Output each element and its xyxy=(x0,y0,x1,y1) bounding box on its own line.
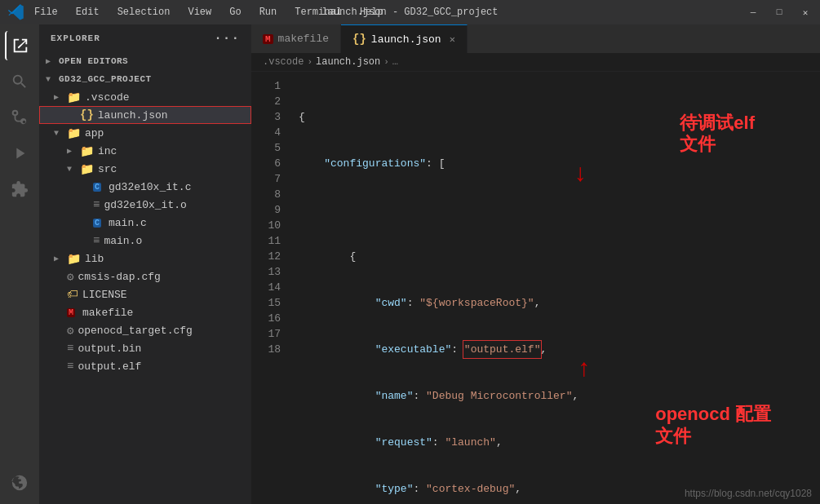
breadcrumb: .vscode › launch.json › … xyxy=(251,53,820,72)
minimize-button[interactable]: — xyxy=(747,7,760,17)
launch-json-tab[interactable]: {} launch.json ✕ xyxy=(341,24,468,53)
project-header[interactable]: ▼ GD32_GCC_PROJECT xyxy=(39,70,251,88)
lib-arrow: ▶ xyxy=(54,254,67,263)
code-line-5: "cwd": "${workspaceRoot}", xyxy=(299,295,820,311)
launch-json-file[interactable]: {} launch.json xyxy=(39,106,251,124)
vscode-folder-icon: 📁 xyxy=(67,91,81,104)
close-button[interactable]: ✕ xyxy=(799,7,812,18)
sidebar-header: EXPLORER ··· xyxy=(39,24,251,52)
license-icon: 🏷 xyxy=(67,288,78,301)
src-arrow: ▼ xyxy=(67,165,80,174)
menu-view[interactable]: View xyxy=(184,5,215,20)
lib-folder-icon: 📁 xyxy=(67,252,81,266)
gd32e10x-it-c-file[interactable]: C gd32e10x_it.c xyxy=(39,178,251,196)
project-label: GD32_GCC_PROJECT xyxy=(59,74,152,84)
output-elf-file[interactable]: ≡ output.elf xyxy=(39,357,251,375)
launch-json-tab-icon: {} xyxy=(352,33,366,46)
main-o-icon: ≡ xyxy=(93,234,100,247)
extensions-activity-icon[interactable] xyxy=(5,175,34,204)
makefile-tab-label: makefile xyxy=(278,33,329,45)
makefile-file[interactable]: M makefile xyxy=(39,303,251,321)
inc-folder[interactable]: ▶ 📁 inc xyxy=(39,142,251,160)
openocd-file[interactable]: ⚙ openocd_target.cfg xyxy=(39,321,251,339)
openocd-label: openocd_target.cfg xyxy=(78,325,192,337)
src-folder-icon: 📁 xyxy=(80,162,94,176)
breadcrumb-more[interactable]: … xyxy=(392,56,398,68)
launch-json-tab-label: launch.json xyxy=(371,33,441,46)
breadcrumb-sep-1: › xyxy=(307,57,312,67)
main-c-file[interactable]: C main.c xyxy=(39,214,251,232)
project-arrow: ▼ xyxy=(46,75,59,84)
makefile-tab[interactable]: M makefile xyxy=(251,24,341,53)
main-c-label: main.c xyxy=(109,217,147,229)
launch-json-icon: {} xyxy=(80,108,94,122)
main-area: EXPLORER ··· ▶ OPEN EDITORS ▼ GD32_GCC_P… xyxy=(0,24,820,504)
vscode-folder[interactable]: ▶ 📁 .vscode xyxy=(39,88,251,106)
code-line-8: "request": "launch", xyxy=(299,435,820,450)
app-folder-label: app xyxy=(85,127,104,139)
source-control-activity-icon[interactable] xyxy=(5,103,34,132)
open-editors-header[interactable]: ▶ OPEN EDITORS xyxy=(39,52,251,70)
line-numbers: 1 2 3 4 5 6 7 8 9 10 11 12 13 14 15 16 1… xyxy=(251,72,292,504)
gd32e10x-it-o-file[interactable]: ≡ gd32e10x_it.o xyxy=(39,196,251,214)
run-activity-icon[interactable] xyxy=(5,139,34,168)
vscode-arrow: ▶ xyxy=(54,92,67,102)
menu-selection[interactable]: Selection xyxy=(114,5,174,20)
menu-go[interactable]: Go xyxy=(226,5,244,20)
window-controls: — □ ✕ xyxy=(747,7,812,18)
cmsis-label: cmsis-dap.cfg xyxy=(78,271,160,283)
lib-folder-label: lib xyxy=(85,253,104,265)
code-line-1: { xyxy=(299,109,820,125)
code-line-2: "configurations": [ xyxy=(299,156,820,171)
app-arrow: ▼ xyxy=(54,129,67,138)
c-file-icon: C xyxy=(93,183,101,192)
src-folder-label: src xyxy=(98,163,117,175)
tab-bar: M makefile {} launch.json ✕ xyxy=(251,24,820,53)
output-bin-label: output.bin xyxy=(78,343,141,355)
output-bin-icon: ≡ xyxy=(67,342,73,355)
menu-file[interactable]: File xyxy=(31,5,61,20)
sidebar-content: ▶ OPEN EDITORS ▼ GD32_GCC_PROJECT ▶ 📁 .v… xyxy=(39,52,251,504)
cmsis-icon: ⚙ xyxy=(67,270,73,284)
watermark: https://blog.csdn.net/cqy1028 xyxy=(685,488,812,499)
maximize-button[interactable]: □ xyxy=(773,7,786,17)
main-c-icon: C xyxy=(93,219,101,228)
sidebar: EXPLORER ··· ▶ OPEN EDITORS ▼ GD32_GCC_P… xyxy=(39,24,251,504)
output-bin-file[interactable]: ≡ output.bin xyxy=(39,339,251,357)
menu-run[interactable]: Run xyxy=(256,5,281,20)
cmsis-dap-file[interactable]: ⚙ cmsis-dap.cfg xyxy=(39,267,251,285)
sidebar-more-button[interactable]: ··· xyxy=(214,31,240,46)
titlebar: File Edit Selection View Go Run Terminal… xyxy=(0,0,820,24)
makefile-tab-icon: M xyxy=(263,34,273,44)
code-editor: 1 2 3 4 5 6 7 8 9 10 11 12 13 14 15 16 1… xyxy=(251,72,820,504)
search-activity-icon[interactable] xyxy=(5,67,34,96)
breadcrumb-vscode[interactable]: .vscode xyxy=(263,56,304,68)
code-line-4: { xyxy=(299,249,820,264)
code-line-7: "name": "Debug Microcontroller", xyxy=(299,388,820,404)
makefile-icon: M xyxy=(67,308,75,317)
app-folder[interactable]: ▼ 📁 app xyxy=(39,124,251,142)
src-folder[interactable]: ▼ 📁 src xyxy=(39,160,251,178)
breadcrumb-sep-2: › xyxy=(383,57,389,67)
menu-edit[interactable]: Edit xyxy=(73,5,103,20)
gd32e10x-it-c-label: gd32e10x_it.c xyxy=(109,181,191,193)
output-elf-label: output.elf xyxy=(78,360,141,373)
breadcrumb-file[interactable]: launch.json xyxy=(316,56,380,68)
code-content[interactable]: { "configurations": [ { "cwd": "${worksp… xyxy=(292,72,820,504)
inc-arrow: ▶ xyxy=(67,146,80,156)
code-line-3 xyxy=(299,202,820,218)
gd32e10x-it-o-label: gd32e10x_it.o xyxy=(104,199,186,211)
launch-json-label: launch.json xyxy=(98,109,168,122)
open-editors-label: OPEN EDITORS xyxy=(59,56,128,66)
launch-json-tab-close[interactable]: ✕ xyxy=(450,33,455,46)
editor-area: M makefile {} launch.json ✕ .vscode › la… xyxy=(251,24,820,504)
license-file[interactable]: 🏷 LICENSE xyxy=(39,285,251,303)
makefile-label: makefile xyxy=(82,307,133,319)
inc-folder-label: inc xyxy=(98,145,117,157)
main-o-file[interactable]: ≡ main.o xyxy=(39,232,251,250)
main-o-label: main.o xyxy=(104,235,142,247)
remote-activity-icon[interactable] xyxy=(5,468,34,497)
explorer-activity-icon[interactable] xyxy=(5,31,34,60)
lib-folder[interactable]: ▶ 📁 lib xyxy=(39,250,251,267)
sidebar-title: EXPLORER xyxy=(51,33,100,43)
